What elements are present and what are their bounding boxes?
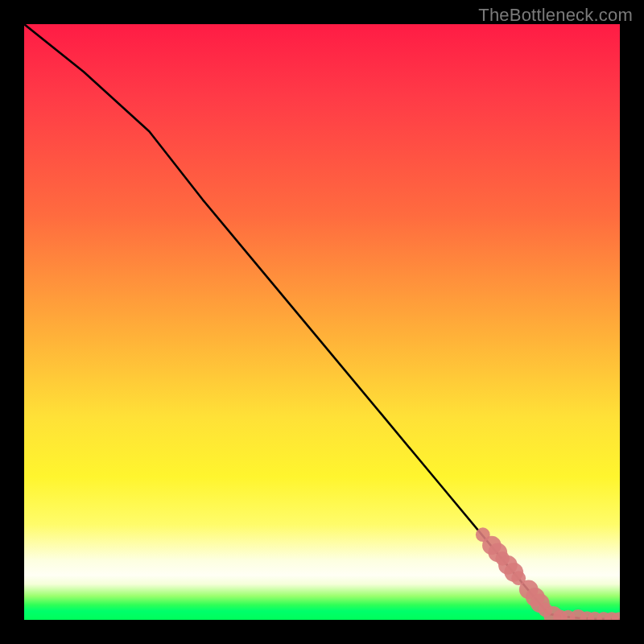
gradient-background [24, 24, 620, 620]
plot-area [24, 24, 620, 620]
frame: TheBottleneck.com [0, 0, 644, 644]
watermark-text: TheBottleneck.com [478, 5, 633, 26]
